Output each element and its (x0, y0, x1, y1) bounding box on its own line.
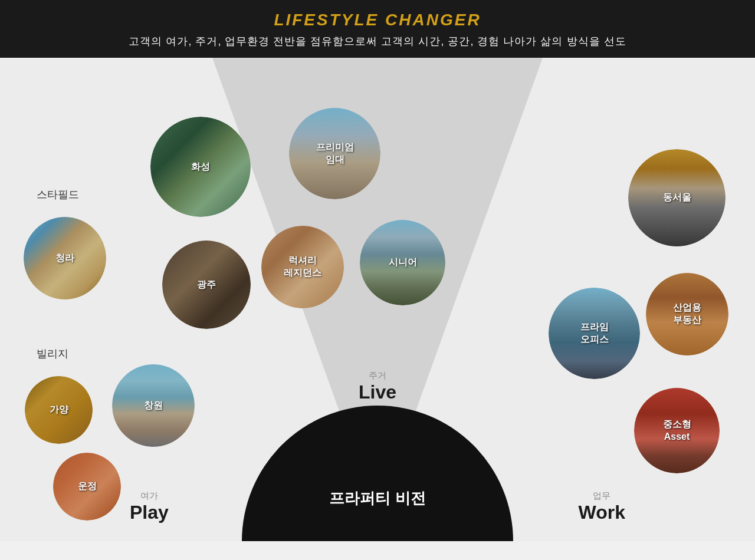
circle-premium-label: 프리미엄 임대 (316, 141, 354, 166)
circle-industrial[interactable]: 산업용 부동산 (646, 273, 728, 355)
circle-dongsoul[interactable]: 동서울 (628, 149, 726, 246)
circle-medium-label: 중소형 Asset (663, 419, 691, 443)
circle-premium[interactable]: 프리미엄 임대 (289, 108, 380, 199)
circle-medium[interactable]: 중소형 Asset (634, 388, 720, 473)
circle-gajang-label: 가양 (50, 404, 68, 416)
circle-dongsoul-label: 동서울 (663, 192, 691, 204)
play-main-label: Play (130, 502, 169, 523)
header-subtitle: 고객의 여가, 주거, 업무환경 전반을 점유함으로써 고객의 시간, 공간, … (12, 34, 743, 48)
circle-changwon-label: 창원 (144, 400, 163, 412)
circle-cheongra[interactable]: 청라 (24, 217, 106, 299)
header-title: LIFESTYLE CHANGER (12, 11, 743, 29)
label-starfield: 스타필드 (37, 187, 79, 202)
circle-luxury-label: 럭셔리 레지던스 (284, 255, 321, 279)
circle-luxury[interactable]: 럭셔리 레지던스 (261, 226, 344, 308)
circle-prime-label: 프라임 오피스 (580, 321, 609, 346)
circle-cheongra-label: 청라 (55, 252, 74, 265)
main-content: 스타필드 빌리지 여가 Play 주거 Live 업무 Work 프라퍼티 비전… (0, 58, 755, 541)
circle-hwaseong-label: 화성 (191, 161, 210, 173)
circle-gwangju-label: 광주 (197, 279, 216, 291)
circle-hwaseong[interactable]: 화성 (150, 117, 251, 217)
category-play: 여가 Play (130, 490, 169, 523)
header: LIFESTYLE CHANGER 고객의 여가, 주거, 업무환경 전반을 점… (0, 0, 755, 58)
live-sub-label: 주거 (359, 370, 396, 381)
circle-industrial-label: 산업용 부동산 (673, 302, 701, 327)
circle-senior-label: 시니어 (389, 256, 417, 269)
circle-changwon[interactable]: 창원 (112, 364, 195, 447)
category-live: 주거 Live (359, 370, 396, 403)
circle-unjong[interactable]: 운정 (53, 453, 121, 521)
live-main-label: Live (359, 381, 396, 403)
circle-gajang[interactable]: 가양 (25, 376, 93, 444)
circle-senior[interactable]: 시니어 (360, 220, 445, 305)
label-village: 빌리지 (37, 347, 68, 361)
circle-prime[interactable]: 프라임 오피스 (549, 288, 640, 379)
property-vision-label: 프라퍼티 비전 (329, 488, 425, 509)
play-sub-label: 여가 (130, 490, 169, 502)
work-main-label: Work (579, 502, 625, 523)
circle-gwangju[interactable]: 광주 (162, 241, 251, 329)
work-sub-label: 업무 (579, 490, 625, 502)
category-work: 업무 Work (579, 490, 625, 523)
circle-unjong-label: 운정 (78, 480, 97, 493)
